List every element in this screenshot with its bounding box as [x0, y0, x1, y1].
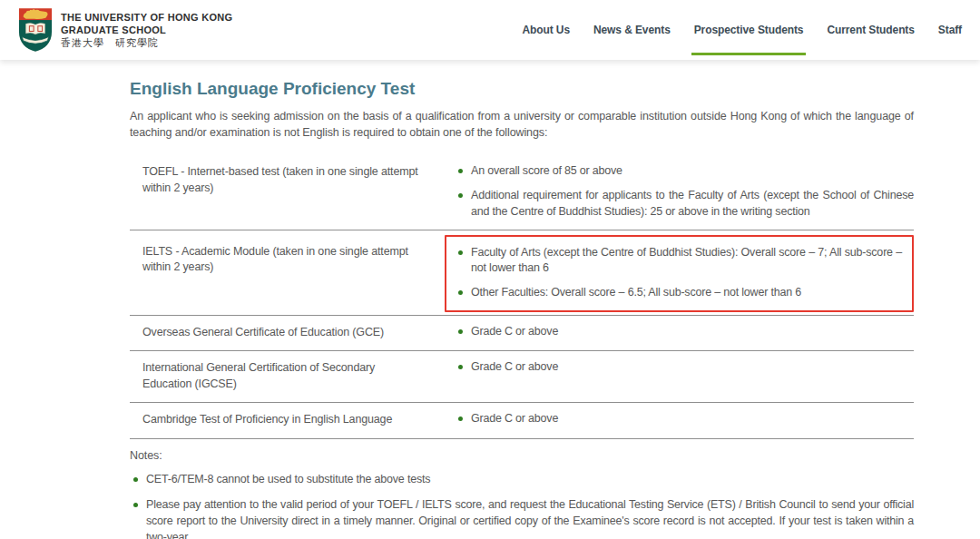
test-name: Overseas General Certificate of Educatio…	[130, 323, 445, 341]
requirements-table: TOEFL - Internet-based test (taken in on…	[130, 155, 914, 439]
requirement-item: An overall score of 85 or above	[458, 163, 914, 179]
table-row: Overseas General Certificate of Educatio…	[130, 316, 914, 352]
main-content: English Language Proficiency Test An app…	[0, 60, 980, 539]
table-row: Cambridge Test of Proficiency in English…	[130, 403, 914, 439]
test-name: TOEFL - Internet-based test (taken in on…	[130, 162, 445, 220]
requirement-item: Faculty of Arts (except the Centre of Bu…	[458, 245, 902, 277]
requirement-text: Faculty of Arts (except the Centre of Bu…	[471, 245, 902, 277]
page-title: English Language Proficiency Test	[130, 79, 914, 99]
requirements-cell: Grade C or above	[445, 410, 914, 428]
bullet-icon	[458, 290, 463, 295]
bullet-icon	[458, 169, 463, 173]
requirements-cell: Grade C or above	[445, 323, 914, 341]
nav-item-about-us[interactable]: About Us	[522, 0, 570, 60]
requirement-list: Grade C or above	[445, 358, 914, 375]
requirement-list: Grade C or above	[445, 410, 914, 426]
bullet-icon	[458, 193, 463, 198]
requirement-text: Additional requirement for applicants to…	[471, 188, 914, 220]
nav-item-current-students[interactable]: Current Students	[827, 0, 914, 60]
notes-section: Notes: CET-6/TEM-8 cannot be used to sub…	[130, 449, 914, 539]
requirement-text: Please pay attention to the valid period…	[146, 497, 914, 539]
requirement-text: An overall score of 85 or above	[471, 163, 622, 179]
requirement-text: Other Faculties: Overall score – 6.5; Al…	[471, 285, 801, 300]
red-highlight-box: Faculty of Arts (except the Centre of Bu…	[445, 235, 914, 312]
intro-paragraph: An applicant who is seeking admission on…	[130, 108, 914, 141]
notes-heading: Notes:	[130, 449, 914, 462]
requirement-item: Grade C or above	[458, 359, 914, 375]
logo-text: THE UNIVERSITY OF HONG KONG GRADUATE SCH…	[61, 11, 232, 50]
main-nav: About UsNews & EventsProspective Student…	[522, 0, 962, 60]
nav-item-prospective-students[interactable]: Prospective Students	[694, 0, 804, 60]
requirement-item: Other Faculties: Overall score – 6.5; Al…	[458, 285, 902, 300]
test-name: IELTS - Academic Module (taken in one si…	[130, 235, 445, 312]
requirement-list: Grade C or above	[445, 323, 914, 339]
requirement-text: Grade C or above	[471, 324, 558, 339]
requirement-item: Grade C or above	[458, 324, 914, 339]
note-item: Please pay attention to the valid period…	[133, 497, 914, 539]
note-item: CET-6/TEM-8 cannot be used to substitute…	[133, 472, 914, 488]
notes-list: CET-6/TEM-8 cannot be used to substitute…	[130, 472, 914, 539]
requirements-cell: Grade C or above	[445, 358, 914, 392]
bullet-icon	[458, 416, 463, 421]
table-row: TOEFL - Internet-based test (taken in on…	[130, 155, 914, 230]
bullet-icon	[133, 503, 138, 507]
requirement-text: CET-6/TEM-8 cannot be used to substitute…	[146, 472, 430, 488]
requirement-text: Grade C or above	[471, 411, 558, 426]
test-name: International General Certification of S…	[130, 358, 445, 392]
site-header: THE UNIVERSITY OF HONG KONG GRADUATE SCH…	[0, 0, 980, 60]
logo-line-2: GRADUATE SCHOOL	[61, 24, 232, 36]
requirement-item: Additional requirement for applicants to…	[458, 188, 914, 220]
bullet-icon	[458, 329, 463, 334]
logo-line-1: THE UNIVERSITY OF HONG KONG	[61, 11, 232, 24]
bullet-icon	[458, 250, 463, 255]
requirement-text: Grade C or above	[471, 359, 558, 375]
requirement-list: Faculty of Arts (except the Centre of Bu…	[446, 244, 902, 301]
logo[interactable]: THE UNIVERSITY OF HONG KONG GRADUATE SCH…	[18, 7, 232, 53]
bullet-icon	[458, 365, 463, 369]
table-row: International General Certification of S…	[130, 351, 914, 403]
nav-item-staff[interactable]: Staff	[938, 0, 962, 60]
hku-crest-icon	[18, 7, 53, 53]
table-row: IELTS - Academic Module (taken in one si…	[130, 230, 914, 316]
nav-item-news-events[interactable]: News & Events	[593, 0, 671, 60]
requirement-item: Grade C or above	[458, 411, 914, 426]
requirements-cell: Faculty of Arts (except the Centre of Bu…	[445, 235, 914, 312]
logo-line-chinese: 香港大學 研究學院	[61, 36, 232, 49]
test-name: Cambridge Test of Proficiency in English…	[130, 410, 445, 428]
requirements-cell: An overall score of 85 or above Addition…	[445, 162, 914, 220]
requirement-list: An overall score of 85 or above Addition…	[445, 162, 914, 220]
bullet-icon	[133, 477, 138, 482]
